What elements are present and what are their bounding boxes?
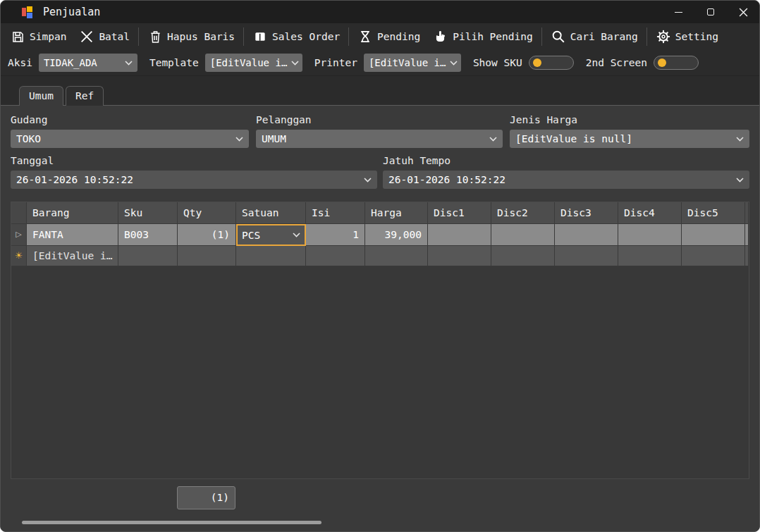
form-row-1: Gudang TOKO Pelanggan UMUM Jenis Harga [… — [11, 114, 749, 148]
app-icon — [22, 6, 33, 18]
cell-partial — [745, 224, 749, 246]
chevron-down-icon — [235, 137, 243, 142]
new-cell-satuan[interactable] — [236, 246, 306, 266]
tab-ref[interactable]: Ref — [66, 86, 104, 106]
minimize-icon — [675, 12, 682, 13]
table-row[interactable]: ▷ FANTA B003 (1) PCS 1 39,000 — [11, 224, 749, 246]
gear-icon — [656, 29, 671, 44]
penjualan-window: Penjualan Simpan Batal Hap — [0, 0, 760, 532]
app-icon-red-square — [22, 8, 26, 16]
cell-harga[interactable]: 39,000 — [365, 224, 428, 246]
pelanggan-field: Pelanggan UMUM — [256, 114, 503, 148]
template-dropdown[interactable]: [EditValue i… — [205, 54, 302, 72]
column-header-isi[interactable]: Isi — [306, 202, 365, 224]
jenis-harga-label: Jenis Harga — [510, 114, 749, 125]
new-cell-disc4[interactable] — [618, 246, 682, 266]
jenis-harga-dropdown[interactable]: [EditValue is null] — [510, 130, 749, 148]
scrollbar-thumb[interactable] — [22, 521, 321, 524]
jatuh-tempo-field: Jatuh Tempo 26-01-2026 10:52:22 — [383, 155, 749, 189]
new-cell-isi[interactable] — [306, 246, 365, 266]
pilih-pending-button[interactable]: Pilih Pending — [427, 25, 539, 49]
new-cell-sku[interactable] — [118, 246, 178, 266]
pelanggan-label: Pelanggan — [256, 114, 503, 125]
new-cell-barang[interactable]: [EditValue i… — [27, 246, 118, 266]
tab-strip: Umum Ref — [1, 75, 759, 105]
new-cell-disc2[interactable] — [491, 246, 555, 266]
title-bar: Penjualan — [1, 1, 759, 23]
cell-sku[interactable]: B003 — [118, 224, 178, 246]
chevron-down-icon — [450, 61, 458, 66]
tanggal-label: Tanggal — [11, 155, 377, 166]
column-header-harga[interactable]: Harga — [365, 202, 428, 224]
cari-barang-label: Cari Barang — [570, 31, 638, 42]
new-row-star-icon: ☀ — [15, 246, 23, 266]
tab-umum-label: Umum — [29, 90, 54, 101]
second-screen-toggle[interactable] — [654, 56, 699, 70]
simpan-button[interactable]: Simpan — [4, 25, 73, 49]
chevron-down-icon — [293, 233, 300, 237]
new-cell-disc1[interactable] — [428, 246, 491, 266]
column-header-sku[interactable]: Sku — [118, 202, 178, 224]
satuan-value: PCS — [242, 225, 260, 246]
chevron-down-icon — [364, 178, 372, 183]
new-cell-harga[interactable] — [365, 246, 428, 266]
chevron-down-icon — [489, 137, 497, 142]
sales-order-button[interactable]: Sales Order — [246, 25, 346, 49]
column-header-barang[interactable]: Barang — [27, 202, 118, 224]
pilih-pending-label: Pilih Pending — [453, 31, 533, 42]
cell-barang[interactable]: FANTA — [27, 224, 118, 246]
satuan-dropdown-cell[interactable]: PCS — [236, 224, 306, 246]
printer-label: Printer — [314, 57, 357, 68]
cell-qty[interactable]: (1) — [178, 224, 236, 246]
cari-barang-button[interactable]: Cari Barang — [544, 25, 644, 49]
tanggal-dropdown[interactable]: 26-01-2026 10:52:22 — [11, 171, 377, 189]
new-cell-disc3[interactable] — [555, 246, 618, 266]
cell-disc5[interactable] — [682, 224, 745, 246]
minimize-button[interactable] — [662, 1, 694, 23]
gudang-dropdown[interactable]: TOKO — [11, 130, 249, 148]
show-sku-toggle[interactable] — [529, 56, 574, 70]
column-header-disc2[interactable]: Disc2 — [491, 202, 555, 224]
jatuh-tempo-label: Jatuh Tempo — [383, 155, 749, 166]
cell-isi[interactable]: 1 — [306, 224, 365, 246]
focused-row-arrow-icon: ▷ — [16, 224, 21, 245]
column-header-qty[interactable]: Qty — [178, 202, 236, 224]
simpan-label: Simpan — [30, 31, 66, 42]
column-header-disc3[interactable]: Disc3 — [555, 202, 618, 224]
tab-umum[interactable]: Umum — [19, 86, 63, 106]
column-header-disc5[interactable]: Disc5 — [682, 202, 745, 224]
column-header-disc4[interactable]: Disc4 — [618, 202, 682, 224]
pelanggan-dropdown[interactable]: UMUM — [256, 130, 503, 148]
new-cell-qty[interactable] — [178, 246, 236, 266]
maximize-icon — [707, 8, 714, 16]
aksi-dropdown[interactable]: TIDAK_ADA — [39, 54, 137, 72]
umum-tab-panel: Gudang TOKO Pelanggan UMUM Jenis Harga [… — [1, 105, 759, 531]
hapus-baris-button[interactable]: Hapus Baris — [141, 25, 241, 49]
grid-header-row: Barang Sku Qty Satuan Isi Harga Disc1 Di… — [11, 202, 749, 224]
grid-footer: (1) — [11, 486, 749, 509]
setting-label: Setting — [675, 31, 718, 42]
jatuh-tempo-dropdown[interactable]: 26-01-2026 10:52:22 — [383, 171, 749, 189]
horizontal-scrollbar[interactable] — [11, 518, 749, 528]
save-icon — [10, 29, 25, 44]
cell-disc4[interactable] — [618, 224, 682, 246]
template-label: Template — [149, 57, 199, 68]
close-button[interactable] — [727, 1, 759, 23]
cell-disc2[interactable] — [491, 224, 555, 246]
printer-dropdown[interactable]: [EditValue i… — [364, 54, 461, 72]
pending-button[interactable]: Pending — [351, 25, 427, 49]
sales-order-label: Sales Order — [272, 31, 340, 42]
app-icon-yellow-square — [27, 6, 32, 12]
column-header-disc1[interactable]: Disc1 — [428, 202, 491, 224]
column-header-satuan[interactable]: Satuan — [236, 202, 306, 224]
toolbar-separator — [243, 27, 244, 46]
maximize-button[interactable] — [694, 1, 727, 23]
new-cell-disc5[interactable] — [682, 246, 745, 266]
row-indicator-cell: ▷ — [11, 224, 27, 246]
new-row[interactable]: ☀ [EditValue i… — [11, 246, 749, 266]
batal-button[interactable]: Batal — [73, 25, 136, 49]
setting-button[interactable]: Setting — [649, 25, 725, 49]
cell-disc1[interactable] — [428, 224, 491, 246]
cell-disc3[interactable] — [555, 224, 618, 246]
trash-icon — [147, 29, 163, 44]
